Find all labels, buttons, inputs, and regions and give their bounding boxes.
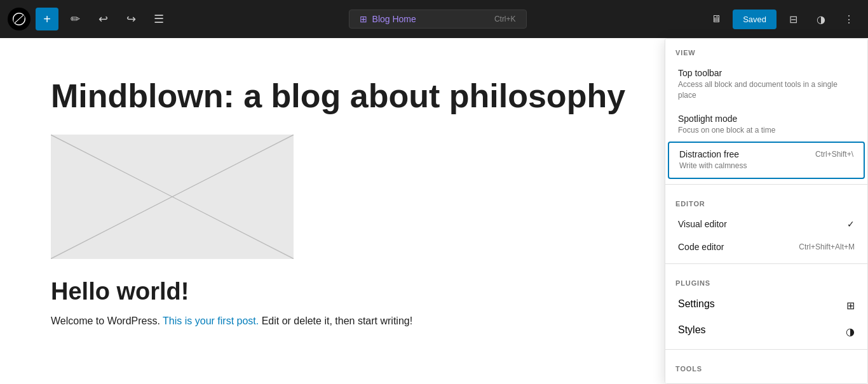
- featured-image-placeholder[interactable]: [51, 135, 294, 259]
- code-editor-label: Code editor: [678, 242, 724, 252]
- add-block-button[interactable]: +: [36, 8, 58, 30]
- editor-plugins-divider: [665, 263, 867, 264]
- spotlight-mode-item[interactable]: Spotlight mode Focus on one block at a t…: [668, 107, 865, 142]
- page-title-shortcut: Ctrl+K: [494, 15, 516, 23]
- plugins-section-label: PLUGINS: [665, 269, 867, 292]
- settings-plugin-icon: ⊞: [846, 300, 855, 312]
- tools-button[interactable]: ✏: [64, 8, 86, 30]
- wordpress-logo[interactable]: [8, 8, 31, 30]
- tools-section-label: TOOLS: [665, 355, 867, 378]
- top-toolbar-desc: Access all block and document tools in a…: [678, 79, 855, 101]
- desktop-icon: 🖥: [711, 13, 721, 25]
- redo-button[interactable]: ↪: [119, 8, 142, 30]
- visual-editor-check: ✓: [847, 219, 855, 229]
- undo-icon: ↩: [98, 12, 108, 26]
- center-toolbar: ⊞ Blog Home Ctrl+K: [175, 10, 700, 29]
- code-editor-shortcut: Ctrl+Shift+Alt+M: [799, 242, 855, 251]
- top-toolbar-item[interactable]: Top toolbar Access all block and documen…: [668, 62, 865, 107]
- preview-button[interactable]: 🖥: [705, 8, 728, 30]
- style-button[interactable]: ◑: [810, 8, 832, 30]
- settings-plugin-label: Settings: [678, 298, 715, 310]
- template-icon: ⊞: [360, 14, 367, 24]
- document-overview-button[interactable]: ☰: [147, 8, 170, 30]
- code-editor-item[interactable]: Code editor Ctrl+Shift+Alt+M: [668, 235, 865, 258]
- distraction-free-shortcut: Ctrl+Shift+\: [815, 150, 853, 159]
- toggle-sidebar-button[interactable]: ⊟: [782, 8, 804, 30]
- settings-plugin-item[interactable]: Settings ⊞: [668, 292, 865, 318]
- half-circle-icon: ◑: [817, 13, 825, 25]
- top-toolbar: + ✏ ↩ ↪ ☰ ⊞ Blog Home Ctrl+K 🖥 Saved ⊟ ◑…: [0, 0, 868, 38]
- top-toolbar-label: Top toolbar: [678, 68, 722, 78]
- styles-plugin-label: Styles: [678, 324, 706, 336]
- export-item[interactable]: Export Download your theme with updated …: [668, 378, 865, 384]
- options-dropdown: VIEW Top toolbar Access all block and do…: [665, 38, 868, 384]
- editor-section-label: EDITOR: [665, 190, 867, 213]
- visual-editor-item[interactable]: Visual editor ✓: [668, 213, 865, 235]
- undo-button[interactable]: ↩: [92, 8, 114, 30]
- visual-editor-label: Visual editor: [678, 219, 727, 229]
- sidebar-icon: ⊟: [789, 13, 797, 25]
- options-button[interactable]: ⋮: [837, 8, 860, 30]
- spotlight-mode-label: Spotlight mode: [678, 114, 737, 124]
- list-view-icon: ☰: [154, 12, 164, 26]
- view-editor-divider: [665, 184, 867, 185]
- pencil-icon: ✏: [71, 12, 80, 26]
- main-content: Mindblown: a blog about philosophy Hello…: [0, 38, 868, 384]
- page-title-button[interactable]: ⊞ Blog Home Ctrl+K: [349, 10, 527, 29]
- distraction-free-item[interactable]: Distraction free Ctrl+Shift+\ Write with…: [668, 142, 865, 179]
- plugins-tools-divider: [665, 349, 867, 350]
- right-toolbar: 🖥 Saved ⊟ ◑ ⋮: [705, 8, 860, 30]
- plus-icon: +: [43, 12, 51, 27]
- styles-plugin-item[interactable]: Styles ◑: [668, 318, 865, 344]
- spotlight-mode-desc: Focus on one block at a time: [678, 125, 855, 136]
- distraction-free-label: Distraction free: [679, 149, 739, 159]
- redo-icon: ↪: [126, 12, 136, 26]
- distraction-free-desc: Write with calmness: [679, 161, 853, 171]
- styles-plugin-icon: ◑: [846, 326, 855, 338]
- saved-button[interactable]: Saved: [733, 10, 776, 29]
- page-title-text: Blog Home: [372, 14, 416, 24]
- first-post-link[interactable]: This is your first post.: [163, 315, 259, 326]
- ellipsis-icon: ⋮: [844, 13, 854, 25]
- view-section-label: VIEW: [665, 39, 867, 62]
